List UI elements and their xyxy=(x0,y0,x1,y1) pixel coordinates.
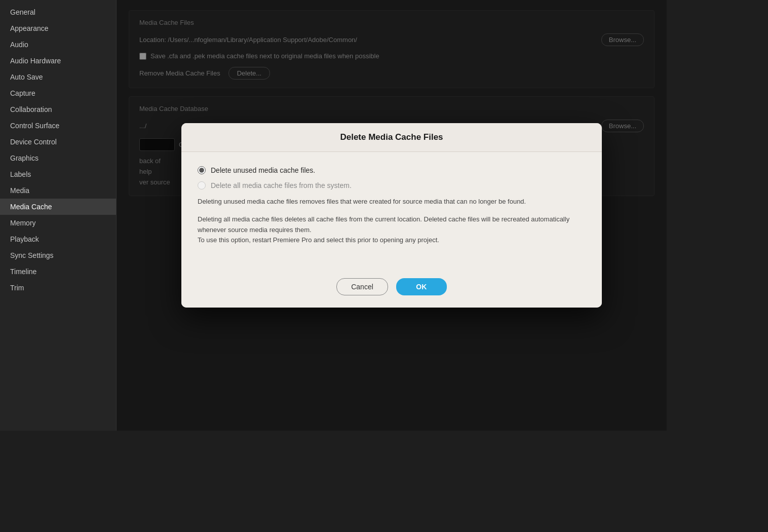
sidebar-item-labels[interactable]: Labels xyxy=(0,166,116,182)
cancel-button[interactable]: Cancel xyxy=(336,278,388,295)
modal-title: Delete Media Cache Files xyxy=(340,132,443,142)
modal-footer: Cancel OK xyxy=(181,270,602,308)
radio-label-2: Delete all media cache files from the sy… xyxy=(211,181,352,189)
description-text-1: Deleting unused media cache files remove… xyxy=(198,197,586,207)
sidebar-item-auto-save[interactable]: Auto Save xyxy=(0,69,116,85)
sidebar: General Appearance Audio Audio Hardware … xyxy=(0,0,117,431)
description-text-2: Deleting all media cache files deletes a… xyxy=(198,214,586,246)
modal-header: Delete Media Cache Files xyxy=(181,123,602,152)
description-block: Deleting unused media cache files remove… xyxy=(198,197,586,246)
radio-delete-all[interactable] xyxy=(198,181,206,189)
sidebar-item-trim[interactable]: Trim xyxy=(0,280,116,296)
ok-button[interactable]: OK xyxy=(396,278,447,295)
app-window: General Appearance Audio Audio Hardware … xyxy=(0,0,667,431)
sidebar-item-capture[interactable]: Capture xyxy=(0,85,116,101)
sidebar-item-audio-hardware[interactable]: Audio Hardware xyxy=(0,53,116,69)
sidebar-item-audio[interactable]: Audio xyxy=(0,36,116,53)
radio-row-2: Delete all media cache files from the sy… xyxy=(198,181,586,189)
sidebar-item-graphics[interactable]: Graphics xyxy=(0,150,116,166)
sidebar-item-device-control[interactable]: Device Control xyxy=(0,134,116,150)
modal-body: Delete unused media cache files. Delete … xyxy=(181,152,602,270)
sidebar-item-appearance[interactable]: Appearance xyxy=(0,20,116,36)
sidebar-item-memory[interactable]: Memory xyxy=(0,215,116,231)
radio-label-1: Delete unused media cache files. xyxy=(211,166,315,174)
sidebar-item-media-cache[interactable]: Media Cache xyxy=(0,199,116,215)
sidebar-item-sync-settings[interactable]: Sync Settings xyxy=(0,247,116,263)
radio-row-1: Delete unused media cache files. xyxy=(198,166,586,174)
sidebar-item-media[interactable]: Media xyxy=(0,182,116,199)
sidebar-item-collaboration[interactable]: Collaboration xyxy=(0,101,116,118)
modal-overlay: Delete Media Cache Files Delete unused m… xyxy=(117,0,667,431)
delete-cache-dialog: Delete Media Cache Files Delete unused m… xyxy=(181,123,602,308)
sidebar-item-timeline[interactable]: Timeline xyxy=(0,263,116,280)
content-area: Media Cache Files Location: /Users/...nf… xyxy=(117,0,667,431)
sidebar-item-general[interactable]: General xyxy=(0,4,116,20)
radio-delete-unused[interactable] xyxy=(198,166,206,174)
sidebar-item-playback[interactable]: Playback xyxy=(0,231,116,247)
sidebar-item-control-surface[interactable]: Control Surface xyxy=(0,118,116,134)
